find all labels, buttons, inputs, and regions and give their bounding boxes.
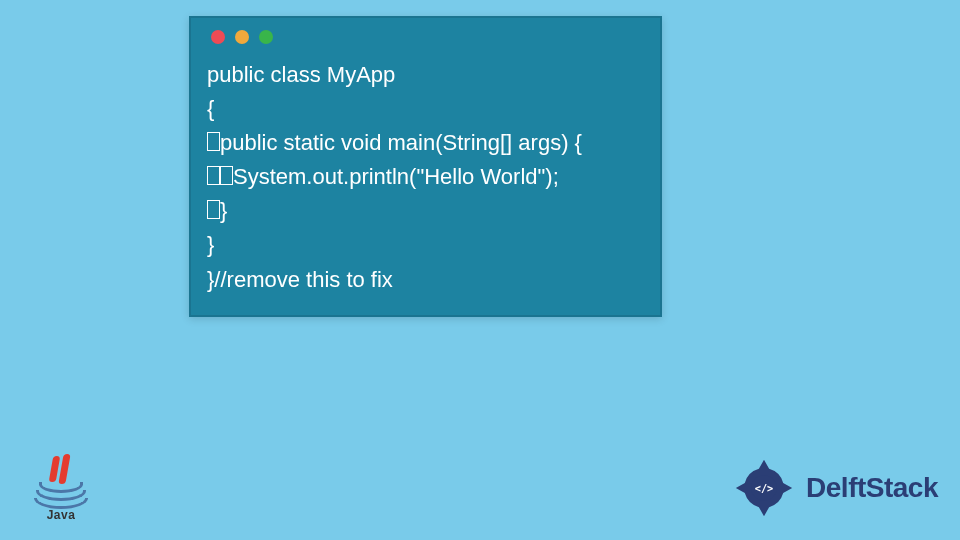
maximize-icon[interactable] <box>259 30 273 44</box>
delftstack-emblem-icon: </> <box>732 456 796 520</box>
code-line: public class MyApp <box>207 58 644 92</box>
java-label: Java <box>34 508 88 522</box>
svg-text:</>: </> <box>755 482 774 494</box>
code-line: public static void main(String[] args) { <box>207 126 644 160</box>
java-logo: Java <box>34 454 88 522</box>
code-line: System.out.println("Hello World"); <box>207 160 644 194</box>
indent-marker-icon <box>207 200 220 219</box>
code-line: }//remove this to fix <box>207 263 644 297</box>
code-window: public class MyApp{public static void ma… <box>189 16 662 317</box>
code-line: } <box>207 228 644 262</box>
indent-marker-icon <box>207 166 220 185</box>
indent-marker-icon <box>207 132 220 151</box>
minimize-icon[interactable] <box>235 30 249 44</box>
window-traffic-lights <box>211 30 644 44</box>
code-line: } <box>207 194 644 228</box>
java-cup-icon <box>34 484 88 506</box>
code-content: public class MyApp{public static void ma… <box>207 58 644 297</box>
indent-marker-icon <box>220 166 233 185</box>
delftstack-logo: </> DelftStack <box>732 456 938 520</box>
delftstack-text: DelftStack <box>806 472 938 504</box>
close-icon[interactable] <box>211 30 225 44</box>
code-line: { <box>207 92 644 126</box>
